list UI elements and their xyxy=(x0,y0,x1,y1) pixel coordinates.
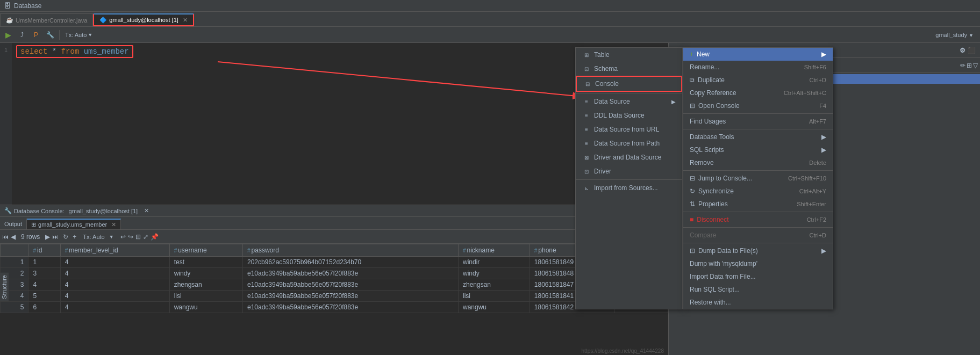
tab-controller[interactable]: ☕ UmsMemberController.java xyxy=(0,13,93,26)
output-tab[interactable]: Output xyxy=(0,219,27,229)
th-member-level[interactable]: #member_level_id xyxy=(60,244,169,257)
tx-dropdown[interactable]: ▼ xyxy=(109,234,114,240)
submenu-db-tools[interactable]: Database Tools ▶ xyxy=(683,131,833,143)
table-row: 4 5 4 lisi e10adc3949ba59abbe56e057f20f8… xyxy=(1,291,668,302)
th-nickname[interactable]: #nickname xyxy=(458,244,530,257)
run-button[interactable]: ▶ xyxy=(2,29,14,41)
sql-statement: select * from ums_member xyxy=(16,45,133,58)
close-icon[interactable]: ✕ xyxy=(183,17,188,24)
table-row: 5 6 4 wangwu e10adc3949ba59abbe56e057f20… xyxy=(1,302,668,313)
prev-page-icon[interactable]: ◀ xyxy=(11,233,16,241)
tx-auto-label: Tx: Auto xyxy=(83,234,104,240)
submenu-properties[interactable]: ⇅ Properties Shift+Enter xyxy=(683,198,833,211)
console-close-icon[interactable]: ✕ xyxy=(144,207,149,214)
cell-id: 5 xyxy=(28,291,60,302)
ctx-datasource-url[interactable]: ≡ Data Source from URL xyxy=(576,122,682,136)
th-password[interactable]: #password xyxy=(242,244,458,257)
db-dropdown-icon[interactable]: ▼ xyxy=(969,33,974,38)
sub-sep-1 xyxy=(683,113,833,114)
submenu-compare[interactable]: Compare Ctrl+D xyxy=(683,229,833,242)
refresh-data-icon[interactable]: ↻ xyxy=(63,233,68,241)
cell-nickname: windy xyxy=(458,268,530,279)
kw-select: select xyxy=(20,47,47,56)
settings-button[interactable]: 🔧 xyxy=(44,29,56,41)
ctx-arrow-datasource: ▶ xyxy=(671,99,676,105)
submenu-remove[interactable]: Remove Delete xyxy=(683,156,833,169)
sub-sep-4 xyxy=(683,212,833,212)
first-page-icon[interactable]: ⏮ xyxy=(2,233,9,241)
db-funnel-icon[interactable]: ▽ xyxy=(973,62,978,69)
submenu-open-console[interactable]: ⊟ Open Console F4 xyxy=(683,99,833,112)
cell-username: lisi xyxy=(169,291,242,302)
db-view-icon[interactable]: ⊞ xyxy=(967,62,972,69)
jump-icon: ⊟ xyxy=(690,175,695,182)
pin-icon[interactable]: 📌 xyxy=(151,233,159,241)
cancel-icon[interactable]: ⊟ xyxy=(135,233,141,241)
submenu-import-file[interactable]: Import Data from File... xyxy=(683,270,833,283)
tab-bar: ☕ UmsMemberController.java 🔷 gmall_study… xyxy=(0,12,980,27)
cell-id: 4 xyxy=(28,279,60,291)
db-tools-arrow: ▶ xyxy=(821,133,826,141)
submenu-new[interactable]: + New ▶ xyxy=(683,48,833,61)
ctx-import[interactable]: ⊾ Import from Sources... xyxy=(576,181,682,195)
th-rownum xyxy=(1,244,28,257)
cell-username: windy xyxy=(169,268,242,279)
submenu-rename[interactable]: Rename... Shift+F6 xyxy=(683,61,833,74)
submenu-sql-scripts[interactable]: SQL Scripts ▶ xyxy=(683,143,833,156)
sub-sep-5 xyxy=(683,227,833,228)
submenu-dump-mysql[interactable]: Dump with 'mysqldump' xyxy=(683,257,833,270)
database-icon: 🗄 xyxy=(4,2,11,10)
table-row: 2 3 4 windy e10adc3949ba59abbe56e057f20f… xyxy=(1,268,668,279)
th-id[interactable]: #id xyxy=(28,244,60,257)
expand-icon[interactable]: ⤢ xyxy=(143,233,148,241)
cell-password: 202cb962ac59075b964b07152d234b70 xyxy=(242,257,458,268)
db-collapse-icon[interactable]: ⬛ xyxy=(968,47,976,54)
submenu-synchronize[interactable]: ↻ Synchronize Ctrl+Alt+Y xyxy=(683,185,833,198)
ctx-ddl-datasource[interactable]: ≡ DDL Data Source xyxy=(576,108,682,122)
rerun-button[interactable]: ⤴ xyxy=(16,29,28,41)
java-icon: ☕ xyxy=(6,17,13,24)
table-tab-close[interactable]: ✕ xyxy=(111,221,116,228)
ctx-schema[interactable]: ⊡ Schema xyxy=(576,62,682,76)
plus-icon: + xyxy=(690,50,693,58)
cell-password: e10adc3949ba59abbe56e057f20f883e xyxy=(242,279,458,291)
table-row: 3 4 4 zhengsan e10adc3949ba59abbe56e057f… xyxy=(1,279,668,291)
table-icon: ⊞ xyxy=(582,50,591,59)
last-page-icon[interactable]: ⏭ xyxy=(52,233,59,241)
db-label: gmall_study ▼ xyxy=(935,32,978,38)
structure-tab[interactable]: Structure xyxy=(0,273,9,301)
schema-icon: ⊡ xyxy=(582,64,591,73)
add-row-icon[interactable]: + xyxy=(73,233,76,241)
db-edit-icon[interactable]: ✏ xyxy=(960,62,965,69)
tab-sql[interactable]: 🔷 gmall_study@localhost [1] ✕ xyxy=(93,13,194,26)
ctx-datasource-path[interactable]: ≡ Data Source from Path xyxy=(576,136,682,150)
ctx-driver-datasource[interactable]: ⊠ Driver and Data Source xyxy=(576,150,682,164)
sub-sep-2 xyxy=(683,129,833,129)
pause-button[interactable]: P xyxy=(30,29,42,41)
ctx-table[interactable]: ⊞ Table xyxy=(576,48,682,62)
submenu-copy-ref[interactable]: Copy Reference Ctrl+Alt+Shift+C xyxy=(683,86,833,99)
watermark: https://blog.csdn.net/qq_41444228 xyxy=(582,348,664,354)
submenu-restore[interactable]: Restore with... xyxy=(683,296,833,309)
ctx-driver[interactable]: ⊡ Driver xyxy=(576,164,682,178)
submenu-disconnect[interactable]: ■ Disconnect Ctrl+F2 xyxy=(683,213,833,226)
next-page-icon[interactable]: ▶ xyxy=(45,233,50,241)
db-settings-icon[interactable]: ⚙ xyxy=(960,47,965,54)
props-icon: ⇅ xyxy=(690,200,695,208)
cell-nickname: lisi xyxy=(458,291,530,302)
submenu-run-sql[interactable]: Run SQL Script... xyxy=(683,283,833,296)
ctx-datasource[interactable]: ≡ Data Source ▶ xyxy=(576,95,682,108)
url-icon: ≡ xyxy=(582,125,591,134)
sub-sep-6 xyxy=(683,243,833,243)
undo-icon[interactable]: ↩ xyxy=(120,233,126,241)
tx-dropdown-icon[interactable]: ▼ xyxy=(88,32,92,38)
table-tab[interactable]: ⊞ gmall_study.ums_member ✕ xyxy=(27,219,121,229)
ctx-console[interactable]: ⊟ Console xyxy=(576,76,682,92)
submenu-duplicate[interactable]: ⧉ Duplicate Ctrl+D xyxy=(683,74,833,86)
th-username[interactable]: #username xyxy=(169,244,242,257)
submenu-dump-file[interactable]: ⊡ Dump Data to File(s) ▶ xyxy=(683,244,833,257)
line-number-1: 1 xyxy=(4,45,8,55)
submenu-find-usages[interactable]: Find Usages Alt+F7 xyxy=(683,115,833,128)
redo-icon[interactable]: ↪ xyxy=(128,233,133,241)
submenu-jump-console[interactable]: ⊟ Jump to Console... Ctrl+Shift+F10 xyxy=(683,172,833,185)
